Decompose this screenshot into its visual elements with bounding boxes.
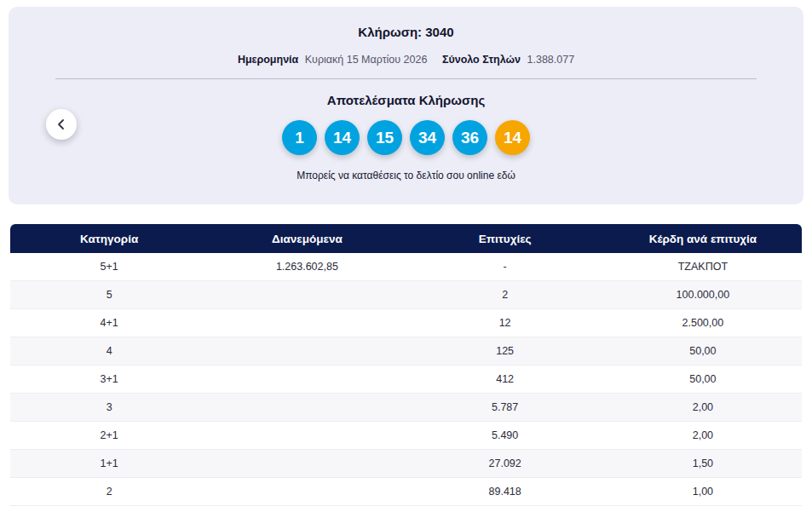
table-cell: 50,00 <box>604 365 802 394</box>
table-cell: 27.092 <box>406 450 604 478</box>
table-cell <box>208 422 406 450</box>
draw-results-card: Κλήρωση: 3040 Ημερομηνία Κυριακή 15 Μαρτ… <box>9 7 803 204</box>
table-row: 412550,00 <box>10 337 802 365</box>
table-cell: 100.000,00 <box>604 281 802 309</box>
table-row: 35.7872,00 <box>10 394 802 422</box>
winnings-table-wrap: ΚατηγορίαΔιανεμόμεναΕπιτυχίεςΚέρδη ανά ε… <box>10 224 802 506</box>
total-columns: Σύνολο Στηλών 1.388.077 <box>442 54 574 66</box>
table-cell: 1.263.602,85 <box>208 253 406 281</box>
table-row: 289.4181,00 <box>10 478 802 506</box>
table-cell: 2,00 <box>604 394 802 422</box>
table-cell: 1,00 <box>604 478 802 506</box>
table-cell: 5 <box>10 281 208 309</box>
chevron-left-icon <box>55 118 67 130</box>
previous-draw-button[interactable] <box>46 109 77 140</box>
draw-meta: Ημερομηνία Κυριακή 15 Μαρτίου 2026 Σύνολ… <box>9 54 803 66</box>
table-cell: 2+1 <box>10 422 208 450</box>
draw-date: Ημερομηνία Κυριακή 15 Μαρτίου 2026 <box>238 54 430 66</box>
table-header-cell: Κέρδη ανά επιτυχία <box>604 224 802 253</box>
table-header-cell: Διανεμόμενα <box>208 224 406 253</box>
draw-title-label: Κλήρωση: <box>358 25 422 39</box>
table-cell: 4 <box>10 337 208 365</box>
table-cell: 5.490 <box>406 422 604 450</box>
table-cell: 412 <box>406 365 604 394</box>
table-header-cell: Κατηγορία <box>10 224 208 253</box>
table-cell: 5+1 <box>10 253 208 281</box>
table-cell: 1+1 <box>10 450 208 478</box>
results-title: Αποτελέσματα Κλήρωσης <box>9 93 803 107</box>
table-cell <box>208 450 406 478</box>
draw-number-ball: 34 <box>410 120 445 155</box>
bonus-number-ball: 14 <box>495 120 530 155</box>
table-header-row: ΚατηγορίαΔιανεμόμεναΕπιτυχίεςΚέρδη ανά ε… <box>10 224 802 253</box>
table-row: 2+15.4902,00 <box>10 422 802 450</box>
table-row: 4+1122.500,00 <box>10 309 802 337</box>
table-cell: 5.787 <box>406 394 604 422</box>
table-cell: 4+1 <box>10 309 208 337</box>
table-row: 1+127.0921,50 <box>10 450 802 478</box>
table-cell <box>208 365 406 394</box>
table-cell <box>208 309 406 337</box>
table-header-cell: Επιτυχίες <box>406 224 604 253</box>
table-cell: 2.500,00 <box>604 309 802 337</box>
table-cell: 12 <box>406 309 604 337</box>
table-body: 5+11.263.602,85-ΤΖΑΚΠΟΤ52100.000,004+112… <box>10 253 802 506</box>
table-cell: - <box>406 253 604 281</box>
table-row: 3+141250,00 <box>10 365 802 394</box>
draw-number-ball: 1 <box>282 120 317 155</box>
table-cell <box>208 394 406 422</box>
draw-number-ball: 36 <box>452 120 487 155</box>
table-cell <box>208 337 406 365</box>
table-cell: 2 <box>406 281 604 309</box>
online-submit-link[interactable]: Μπορείς να καταθέσεις το δελτίο σου onli… <box>9 170 803 181</box>
draw-number: 3040 <box>425 25 453 39</box>
table-cell: 2,00 <box>604 422 802 450</box>
draw-number-ball: 15 <box>367 120 402 155</box>
card-divider <box>55 78 757 79</box>
table-cell: ΤΖΑΚΠΟΤ <box>604 253 802 281</box>
table-cell: 2 <box>10 478 208 506</box>
draw-number-ball: 14 <box>325 120 360 155</box>
table-cell: 3 <box>10 394 208 422</box>
table-cell <box>208 281 406 309</box>
winnings-table: ΚατηγορίαΔιανεμόμεναΕπιτυχίεςΚέρδη ανά ε… <box>10 224 802 506</box>
table-cell: 50,00 <box>604 337 802 365</box>
table-cell: 1,50 <box>604 450 802 478</box>
draw-title: Κλήρωση: 3040 <box>9 25 803 39</box>
numbers-row: 11415343614 <box>9 120 803 155</box>
table-cell <box>208 478 406 506</box>
table-cell: 125 <box>406 337 604 365</box>
table-row: 52100.000,00 <box>10 281 802 309</box>
table-cell: 89.418 <box>406 478 604 506</box>
table-row: 5+11.263.602,85-ΤΖΑΚΠΟΤ <box>10 253 802 281</box>
table-cell: 3+1 <box>10 365 208 394</box>
